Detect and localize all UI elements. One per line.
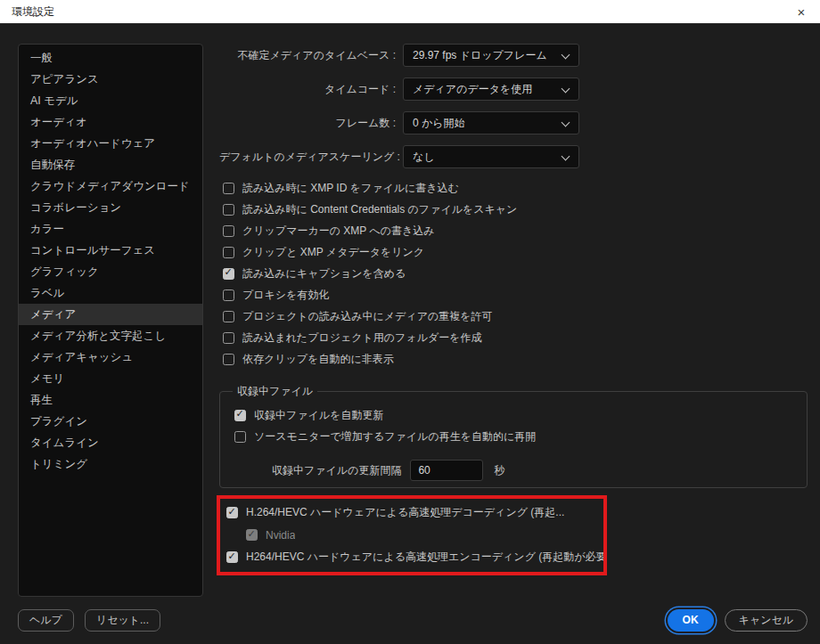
content-panel: 不確定メディアのタイムベース : 29.97 fps ドロップフレーム タイムコ… (219, 24, 820, 575)
chevron-down-icon (562, 51, 570, 60)
checkbox-label: ソースモニターで増加するファイルの再生を自動的に再開 (254, 429, 536, 444)
sidebar: 一般アピアランスAI モデルオーディオオーディオハードウェア自動保存クラウドメデ… (18, 44, 203, 597)
update-interval-input[interactable] (410, 460, 483, 481)
row-indeterminate-timebase: 不確定メディアのタイムベース : 29.97 fps ドロップフレーム (219, 44, 820, 67)
sidebar-item[interactable]: プラグイン (19, 411, 202, 432)
sidebar-item[interactable]: オーディオ (19, 111, 202, 133)
checkbox-row[interactable]: 収録中ファイルを自動更新 (231, 404, 807, 426)
sidebar-item[interactable]: メディアキャッシュ (19, 346, 202, 368)
ok-button[interactable]: OK (668, 609, 714, 632)
checkbox-row[interactable]: プロジェクトの読み込み中にメディアの重複を許可 (219, 306, 820, 327)
checkbox-row: Nvidia (223, 524, 603, 546)
sidebar-item[interactable]: コントロールサーフェス (19, 240, 202, 261)
row-timecode: タイムコード : メディアのデータを使用 (219, 77, 820, 101)
checkbox-label: 読み込まれたプロジェクト用のフォルダーを作成 (242, 330, 482, 346)
sidebar-item[interactable]: トリミング (19, 453, 202, 475)
checkbox-label: プロジェクトの読み込み中にメディアの重複を許可 (242, 309, 493, 324)
checkbox-row[interactable]: ソースモニターで増加するファイルの再生を自動的に再開 (231, 426, 807, 447)
row-frame-count: フレーム数 : 0 から開始 (219, 111, 820, 135)
recording-files-group: 収録中ファイル 収録中ファイルを自動更新ソースモニターで増加するファイルの再生を… (219, 384, 808, 488)
checkbox-unchecked-icon[interactable] (223, 311, 234, 322)
select-value: 29.97 fps ドロップフレーム (413, 48, 547, 63)
select-value: メディアのデータを使用 (413, 82, 532, 97)
field-label: フレーム数 : (219, 116, 403, 131)
checkbox-checked-icon[interactable] (223, 268, 234, 280)
sidebar-item[interactable]: 一般 (19, 47, 202, 69)
checkbox-label: Nvidia (266, 529, 295, 542)
checkbox-row[interactable]: 読み込まれたプロジェクト用のフォルダーを作成 (219, 327, 820, 348)
checkbox-label: 読み込み時に XMP ID をファイルに書き込む (242, 181, 459, 196)
checkbox-unchecked-icon[interactable] (223, 183, 234, 194)
sidebar-item[interactable]: オーディオハードウェア (19, 133, 202, 154)
checkbox-label: 読み込み時に Content Credentials のファイルをスキャン (242, 202, 517, 217)
select-value: なし (413, 150, 435, 165)
checkbox-unchecked-icon[interactable] (223, 289, 234, 301)
checkbox-label: 依存クリップを自動的に非表示 (242, 352, 394, 367)
sidebar-item[interactable]: コラボレーション (19, 197, 202, 218)
sidebar-item[interactable]: メモリ (19, 368, 202, 389)
checkbox-unchecked-icon[interactable] (234, 431, 246, 443)
checkbox-row[interactable]: 読み込み時に Content Credentials のファイルをスキャン (219, 199, 820, 220)
checkbox-row[interactable]: クリップと XMP メタデータをリンク (219, 241, 820, 263)
checkbox-unchecked-icon[interactable] (223, 225, 234, 237)
sidebar-item[interactable]: クラウドメディアダウンロード (19, 175, 202, 197)
dialog-body: 一般アピアランスAI モデルオーディオオーディオハードウェア自動保存クラウドメデ… (0, 24, 820, 644)
chevron-down-icon (562, 118, 570, 127)
recording-options-list: 収録中ファイルを自動更新ソースモニターで増加するファイルの再生を自動的に再開 (231, 404, 807, 447)
checkbox-label: 読み込みにキャプションを含める (242, 266, 406, 281)
checkbox-row[interactable]: クリップマーカーの XMP への書き込み (219, 220, 820, 241)
checkbox-checked-icon (246, 529, 258, 541)
frame-count-select[interactable]: 0 から開始 (403, 111, 579, 135)
row-default-media-scaling: デフォルトのメディアスケーリング : なし (219, 145, 820, 168)
checkbox-label: 収録中ファイルを自動更新 (254, 408, 383, 423)
checkbox-row[interactable]: 読み込み時に XMP ID をファイルに書き込む (219, 177, 820, 199)
sidebar-item[interactable]: メディア分析と文字起こし (19, 325, 202, 346)
titlebar: 環境設定 × (0, 0, 820, 24)
sidebar-item-media-selected[interactable]: メディア (19, 304, 202, 325)
checkbox-label: プロキシを有効化 (242, 288, 329, 303)
footer: ヘルプ リセット... OK キャンセル (18, 608, 808, 632)
default-media-scaling-select[interactable]: なし (403, 145, 579, 168)
preferences-dialog: 環境設定 × 一般アピアランスAI モデルオーディオオーディオハードウェア自動保… (0, 0, 820, 644)
hw-acceleration-annotation-box: H.264/HEVC ハードウェアによる高速処理デコーディング (再起...Nv… (217, 495, 607, 575)
checkbox-label: クリップと XMP メタデータをリンク (242, 245, 424, 260)
sidebar-item[interactable]: 自動保存 (19, 154, 202, 175)
cancel-button[interactable]: キャンセル (725, 609, 808, 632)
chevron-down-icon (562, 152, 570, 161)
chevron-down-icon (562, 85, 570, 94)
field-label: デフォルトのメディアスケーリング : (219, 150, 403, 165)
sidebar-item[interactable]: アピアランス (19, 69, 202, 90)
checkbox-row[interactable]: 読み込みにキャプションを含める (219, 263, 820, 284)
sidebar-item[interactable]: タイムライン (19, 432, 202, 453)
reset-button[interactable]: リセット... (85, 609, 160, 632)
update-interval-unit: 秒 (494, 463, 504, 478)
help-button[interactable]: ヘルプ (18, 609, 74, 632)
sidebar-item[interactable]: カラー (19, 218, 202, 240)
timecode-select[interactable]: メディアのデータを使用 (403, 77, 579, 101)
import-options-list: 読み込み時に XMP ID をファイルに書き込む読み込み時に Content C… (219, 177, 820, 370)
group-legend: 収録中ファイル (233, 384, 317, 399)
checkbox-checked-icon[interactable] (226, 507, 238, 518)
update-interval-row: 収録中ファイルの更新間隔 秒 (272, 460, 807, 481)
indeterminate-timebase-select[interactable]: 29.97 fps ドロップフレーム (403, 44, 579, 67)
checkbox-label: H264/HEVC ハードウェアによる高速処理エンコーディング (再起動が必要 (246, 550, 603, 565)
sidebar-item[interactable]: ラベル (19, 282, 202, 304)
sidebar-item[interactable]: グラフィック (19, 261, 202, 282)
checkbox-checked-icon[interactable] (234, 410, 246, 421)
checkbox-label: クリップマーカーの XMP への書き込み (242, 224, 435, 239)
checkbox-row[interactable]: H.264/HEVC ハードウェアによる高速処理デコーディング (再起... (223, 501, 603, 524)
checkbox-unchecked-icon[interactable] (223, 204, 234, 216)
close-icon[interactable]: × (783, 0, 820, 23)
window-title: 環境設定 (0, 4, 54, 20)
checkbox-unchecked-icon[interactable] (223, 332, 234, 344)
checkbox-unchecked-icon[interactable] (223, 247, 234, 258)
checkbox-row[interactable]: プロキシを有効化 (219, 284, 820, 306)
select-value: 0 から開始 (413, 116, 465, 131)
sidebar-item[interactable]: 再生 (19, 389, 202, 411)
update-interval-label: 収録中ファイルの更新間隔 (272, 463, 401, 478)
checkbox-checked-icon[interactable] (226, 551, 238, 563)
checkbox-unchecked-icon[interactable] (223, 354, 234, 365)
sidebar-item[interactable]: AI モデル (19, 90, 202, 111)
checkbox-row[interactable]: 依存クリップを自動的に非表示 (219, 348, 820, 370)
checkbox-row[interactable]: H264/HEVC ハードウェアによる高速処理エンコーディング (再起動が必要 (223, 546, 603, 568)
